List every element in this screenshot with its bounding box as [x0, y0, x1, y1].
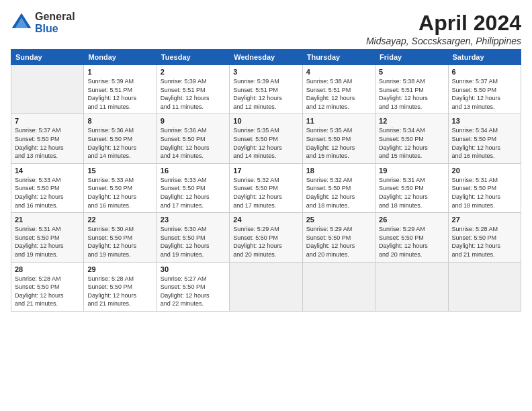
day-info: Sunrise: 5:38 AM Sunset: 5:51 PM Dayligh…: [379, 77, 444, 111]
calendar-week-row: 14Sunrise: 5:33 AM Sunset: 5:50 PM Dayli…: [11, 163, 521, 212]
calendar-week-row: 7Sunrise: 5:37 AM Sunset: 5:50 PM Daylig…: [11, 114, 521, 163]
calendar-day-cell: 19Sunrise: 5:31 AM Sunset: 5:50 PM Dayli…: [375, 163, 448, 212]
day-of-week-header: Thursday: [302, 50, 375, 65]
calendar-day-cell: 10Sunrise: 5:35 AM Sunset: 5:50 PM Dayli…: [230, 114, 302, 163]
logo-text: General Blue: [35, 11, 75, 34]
day-info: Sunrise: 5:28 AM Sunset: 5:50 PM Dayligh…: [87, 275, 152, 308]
day-number: 27: [452, 216, 517, 224]
day-number: 5: [379, 68, 444, 76]
day-number: 10: [233, 117, 298, 125]
day-info: Sunrise: 5:27 AM Sunset: 5:50 PM Dayligh…: [161, 275, 226, 308]
day-number: 23: [161, 216, 226, 224]
day-of-week-header: Friday: [375, 50, 448, 65]
calendar-week-row: 21Sunrise: 5:31 AM Sunset: 5:50 PM Dayli…: [11, 213, 521, 262]
day-info: Sunrise: 5:29 AM Sunset: 5:50 PM Dayligh…: [379, 225, 444, 259]
logo-general: General: [35, 11, 75, 23]
day-info: Sunrise: 5:31 AM Sunset: 5:50 PM Dayligh…: [379, 176, 444, 210]
day-info: Sunrise: 5:32 AM Sunset: 5:50 PM Dayligh…: [233, 176, 298, 210]
day-number: 30: [161, 265, 226, 273]
calendar-day-cell: 29Sunrise: 5:28 AM Sunset: 5:50 PM Dayli…: [84, 262, 157, 311]
day-number: 26: [379, 216, 444, 224]
day-info: Sunrise: 5:35 AM Sunset: 5:50 PM Dayligh…: [233, 126, 298, 160]
calendar-day-cell: [302, 262, 375, 311]
day-info: Sunrise: 5:39 AM Sunset: 5:51 PM Dayligh…: [161, 77, 226, 111]
calendar-day-cell: 21Sunrise: 5:31 AM Sunset: 5:50 PM Dayli…: [11, 213, 84, 262]
page-header: General Blue April 2024 Midsayap, Soccsk…: [11, 11, 521, 46]
day-info: Sunrise: 5:36 AM Sunset: 5:50 PM Dayligh…: [161, 126, 226, 160]
day-info: Sunrise: 5:39 AM Sunset: 5:51 PM Dayligh…: [233, 77, 298, 111]
day-number: 15: [87, 167, 152, 175]
day-info: Sunrise: 5:36 AM Sunset: 5:50 PM Dayligh…: [87, 126, 152, 160]
day-number: 20: [452, 167, 517, 175]
logo-blue: Blue: [35, 23, 75, 35]
day-number: 1: [87, 68, 152, 76]
calendar-day-cell: 2Sunrise: 5:39 AM Sunset: 5:51 PM Daylig…: [157, 65, 229, 114]
calendar-day-cell: 28Sunrise: 5:28 AM Sunset: 5:50 PM Dayli…: [11, 262, 84, 311]
day-info: Sunrise: 5:29 AM Sunset: 5:50 PM Dayligh…: [233, 225, 298, 259]
calendar-day-cell: 3Sunrise: 5:39 AM Sunset: 5:51 PM Daylig…: [230, 65, 302, 114]
day-info: Sunrise: 5:34 AM Sunset: 5:50 PM Dayligh…: [379, 126, 444, 160]
calendar-day-cell: 7Sunrise: 5:37 AM Sunset: 5:50 PM Daylig…: [11, 114, 84, 163]
day-number: 19: [379, 167, 444, 175]
calendar-day-cell: 30Sunrise: 5:27 AM Sunset: 5:50 PM Dayli…: [157, 262, 229, 311]
day-number: 2: [161, 68, 226, 76]
day-info: Sunrise: 5:28 AM Sunset: 5:50 PM Dayligh…: [452, 225, 517, 259]
day-number: 8: [87, 117, 152, 125]
calendar-day-cell: 18Sunrise: 5:32 AM Sunset: 5:50 PM Dayli…: [302, 163, 375, 212]
day-number: 3: [233, 68, 298, 76]
day-info: Sunrise: 5:33 AM Sunset: 5:50 PM Dayligh…: [87, 176, 152, 210]
calendar-day-cell: 25Sunrise: 5:29 AM Sunset: 5:50 PM Dayli…: [302, 213, 375, 262]
day-number: 11: [306, 117, 371, 125]
calendar-day-cell: 11Sunrise: 5:35 AM Sunset: 5:50 PM Dayli…: [302, 114, 375, 163]
calendar-header-row: SundayMondayTuesdayWednesdayThursdayFrid…: [11, 50, 521, 65]
logo-icon: [11, 12, 32, 34]
day-info: Sunrise: 5:30 AM Sunset: 5:50 PM Dayligh…: [87, 225, 152, 259]
calendar-day-cell: 23Sunrise: 5:30 AM Sunset: 5:50 PM Dayli…: [157, 213, 229, 262]
day-info: Sunrise: 5:37 AM Sunset: 5:50 PM Dayligh…: [15, 126, 80, 160]
location: Midsayap, Soccsksargen, Philippines: [366, 36, 521, 46]
day-info: Sunrise: 5:31 AM Sunset: 5:50 PM Dayligh…: [452, 176, 517, 210]
calendar-day-cell: [375, 262, 448, 311]
day-info: Sunrise: 5:34 AM Sunset: 5:50 PM Dayligh…: [452, 126, 517, 160]
calendar-day-cell: 6Sunrise: 5:37 AM Sunset: 5:50 PM Daylig…: [448, 65, 521, 114]
calendar-day-cell: 1Sunrise: 5:39 AM Sunset: 5:51 PM Daylig…: [84, 65, 157, 114]
calendar-day-cell: 24Sunrise: 5:29 AM Sunset: 5:50 PM Dayli…: [230, 213, 302, 262]
day-of-week-header: Wednesday: [230, 50, 302, 65]
title-area: April 2024 Midsayap, Soccsksargen, Phili…: [366, 11, 521, 46]
day-number: 18: [306, 167, 371, 175]
month-title: April 2024: [366, 11, 521, 36]
calendar-day-cell: 17Sunrise: 5:32 AM Sunset: 5:50 PM Dayli…: [230, 163, 302, 212]
day-info: Sunrise: 5:39 AM Sunset: 5:51 PM Dayligh…: [87, 77, 152, 111]
day-number: 22: [87, 216, 152, 224]
calendar-day-cell: 8Sunrise: 5:36 AM Sunset: 5:50 PM Daylig…: [84, 114, 157, 163]
day-info: Sunrise: 5:29 AM Sunset: 5:50 PM Dayligh…: [306, 225, 371, 259]
day-number: 9: [161, 117, 226, 125]
day-number: 17: [233, 167, 298, 175]
day-of-week-header: Monday: [84, 50, 157, 65]
calendar-table: SundayMondayTuesdayWednesdayThursdayFrid…: [11, 49, 521, 312]
calendar-day-cell: 13Sunrise: 5:34 AM Sunset: 5:50 PM Dayli…: [448, 114, 521, 163]
day-number: 4: [306, 68, 371, 76]
calendar-day-cell: [11, 65, 84, 114]
day-of-week-header: Tuesday: [157, 50, 229, 65]
calendar-day-cell: 5Sunrise: 5:38 AM Sunset: 5:51 PM Daylig…: [375, 65, 448, 114]
calendar-day-cell: 20Sunrise: 5:31 AM Sunset: 5:50 PM Dayli…: [448, 163, 521, 212]
calendar-day-cell: 22Sunrise: 5:30 AM Sunset: 5:50 PM Dayli…: [84, 213, 157, 262]
day-info: Sunrise: 5:32 AM Sunset: 5:50 PM Dayligh…: [306, 176, 371, 210]
calendar-day-cell: 26Sunrise: 5:29 AM Sunset: 5:50 PM Dayli…: [375, 213, 448, 262]
day-number: 25: [306, 216, 371, 224]
day-info: Sunrise: 5:31 AM Sunset: 5:50 PM Dayligh…: [15, 225, 80, 259]
calendar-day-cell: 27Sunrise: 5:28 AM Sunset: 5:50 PM Dayli…: [448, 213, 521, 262]
day-number: 12: [379, 117, 444, 125]
calendar-day-cell: 9Sunrise: 5:36 AM Sunset: 5:50 PM Daylig…: [157, 114, 229, 163]
calendar-day-cell: 12Sunrise: 5:34 AM Sunset: 5:50 PM Dayli…: [375, 114, 448, 163]
logo: General Blue: [11, 11, 75, 34]
day-info: Sunrise: 5:37 AM Sunset: 5:50 PM Dayligh…: [452, 77, 517, 111]
day-of-week-header: Sunday: [11, 50, 84, 65]
day-number: 29: [87, 265, 152, 273]
day-number: 24: [233, 216, 298, 224]
day-info: Sunrise: 5:35 AM Sunset: 5:50 PM Dayligh…: [306, 126, 371, 160]
calendar-day-cell: 16Sunrise: 5:33 AM Sunset: 5:50 PM Dayli…: [157, 163, 229, 212]
day-info: Sunrise: 5:30 AM Sunset: 5:50 PM Dayligh…: [161, 225, 226, 259]
calendar-day-cell: 14Sunrise: 5:33 AM Sunset: 5:50 PM Dayli…: [11, 163, 84, 212]
